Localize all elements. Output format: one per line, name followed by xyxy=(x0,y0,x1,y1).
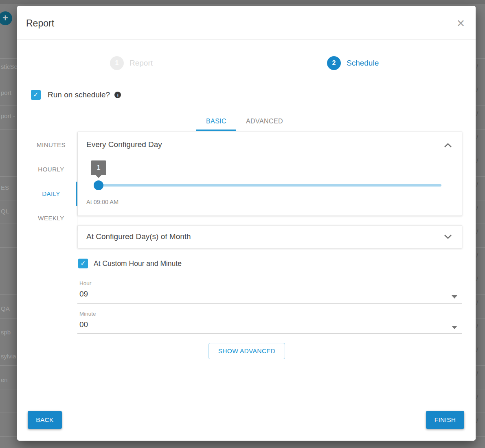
background-row-mark-icon: / xyxy=(476,134,478,141)
step-label: Schedule xyxy=(347,59,379,68)
day-of-month-panel[interactable]: At Configured Day(s) of Month xyxy=(77,225,462,248)
step-number-badge: 1 xyxy=(110,56,124,70)
info-icon[interactable]: i xyxy=(114,92,121,98)
background-row-mark-icon: / xyxy=(476,63,478,70)
background-row-mark-icon: / xyxy=(476,346,478,353)
add-button-icon[interactable]: + xyxy=(0,11,12,25)
background-text-fragment: sylvia xyxy=(1,353,16,360)
background-row-mark-icon: / xyxy=(476,157,478,164)
back-button[interactable]: BACK xyxy=(28,411,62,429)
schedule-mode-tabs: BASIC ADVANCED xyxy=(196,113,293,131)
panel-title: At Configured Day(s) of Month xyxy=(86,232,191,241)
minute-field-label: Minute xyxy=(79,311,96,317)
finish-button[interactable]: FINISH xyxy=(426,411,464,429)
tab-hourly[interactable]: HOURLY xyxy=(25,157,77,182)
minute-select-value[interactable]: 00 xyxy=(79,320,88,329)
background-text-fragment: QL xyxy=(1,208,9,215)
step-number-badge: 2 xyxy=(327,56,341,70)
stepper-step-schedule[interactable]: 2 Schedule xyxy=(327,56,379,70)
modal-title: Report xyxy=(26,18,54,29)
frequency-tabs: MINUTES HOURLY DAILY WEEKLY xyxy=(25,133,77,231)
background-row-mark-icon: / xyxy=(476,252,478,259)
background-topbar xyxy=(0,0,485,4)
custom-hour-minute-label: At Custom Hour and Minute xyxy=(94,259,182,268)
background-text-fragment: en xyxy=(1,376,8,383)
day-slider-track[interactable] xyxy=(99,184,441,187)
background-text-fragment: ES xyxy=(1,184,9,191)
run-on-schedule-row: ✓ Run on schedule? i xyxy=(31,90,121,100)
background-row-mark-icon: / xyxy=(476,86,478,93)
step-label: Report xyxy=(129,59,153,68)
background-text-fragment: port xyxy=(1,89,11,96)
show-advanced-button[interactable]: SHOW ADVANCED xyxy=(208,343,285,359)
close-icon[interactable]: ✕ xyxy=(456,18,465,29)
hour-select-underline xyxy=(77,303,462,303)
every-configured-day-panel: Every Configured Day 1 At 09:00 AM xyxy=(77,132,462,216)
background-row-mark-icon: / xyxy=(476,275,478,282)
background-row-mark-icon: / xyxy=(476,323,478,329)
run-on-schedule-checkbox[interactable]: ✓ xyxy=(31,90,41,100)
background-row-mark-icon: / xyxy=(476,393,478,400)
chevron-up-icon[interactable] xyxy=(444,143,452,150)
background-row-mark-icon: / xyxy=(476,417,478,424)
hour-select-value[interactable]: 09 xyxy=(79,290,88,299)
day-slider-handle[interactable] xyxy=(94,180,103,190)
background-text-fragment: spb xyxy=(1,329,11,336)
tab-advanced[interactable]: ADVANCED xyxy=(236,113,293,131)
run-on-schedule-label: Run on schedule? xyxy=(48,90,110,99)
background-row-mark-icon: / xyxy=(476,370,478,377)
modal-header: Report ✕ xyxy=(17,6,476,40)
minute-select-underline xyxy=(77,334,462,334)
tab-weekly[interactable]: WEEKLY xyxy=(25,206,77,231)
background-row-mark-icon: / xyxy=(476,181,478,188)
background-row-mark-icon: / xyxy=(476,299,478,306)
chevron-down-icon[interactable] xyxy=(444,234,452,241)
slider-time-label: At 09:00 AM xyxy=(86,199,119,205)
background-row-mark-icon: / xyxy=(476,204,478,211)
hour-dropdown-arrow-icon[interactable] xyxy=(452,295,457,301)
custom-hour-minute-checkbox[interactable]: ✓ xyxy=(78,259,88,268)
background-row-mark-icon: / xyxy=(476,110,478,117)
slider-value-tooltip: 1 xyxy=(91,160,106,175)
background-text-fragment: port - I xyxy=(1,112,18,119)
report-modal-dialog: Report ✕ 1 Report 2 Schedule ✓ Run on sc… xyxy=(17,6,476,441)
panel-title: Every Configured Day xyxy=(86,140,162,149)
minute-dropdown-arrow-icon[interactable] xyxy=(452,326,457,332)
tab-daily[interactable]: DAILY xyxy=(25,182,77,206)
tab-basic[interactable]: BASIC xyxy=(196,113,236,131)
background-row-mark-icon: / xyxy=(476,228,478,235)
hour-field-label: Hour xyxy=(79,280,91,286)
custom-hour-minute-row: ✓ At Custom Hour and Minute xyxy=(78,259,182,268)
stepper-step-report[interactable]: 1 Report xyxy=(110,56,153,70)
background-text-fragment: QA xyxy=(1,305,10,312)
tab-minutes[interactable]: MINUTES xyxy=(25,133,77,157)
